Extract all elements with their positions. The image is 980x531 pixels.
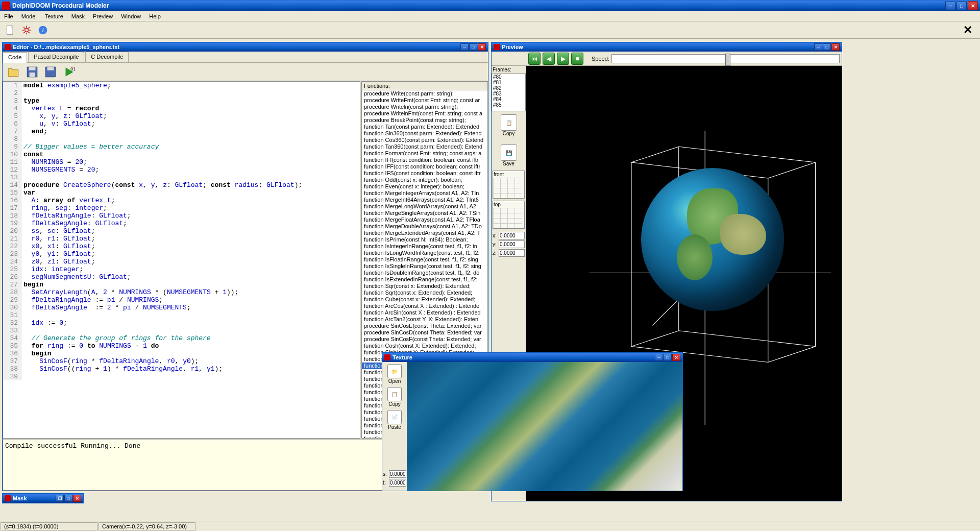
menu-window[interactable]: Window — [117, 12, 145, 20]
function-item[interactable]: procedure SinCosD(const Theta: Extended;… — [362, 329, 487, 336]
function-item[interactable]: function Sin360(const parm: Extended): E… — [362, 130, 487, 137]
function-item[interactable]: function MergeIntegerArrays(const A1, A2… — [362, 190, 487, 197]
s-input[interactable] — [389, 470, 406, 478]
front-view-control[interactable]: front — [493, 171, 525, 199]
function-item[interactable]: function IFI(const condition: boolean; c… — [362, 157, 487, 163]
frame-item[interactable]: #84 — [492, 96, 525, 102]
minimize-button[interactable]: ─ — [945, 1, 955, 10]
texture-titlebar[interactable]: Texture ─ □ ✕ — [382, 353, 682, 362]
save-preview-button[interactable]: 💾Save — [501, 144, 517, 166]
y-input[interactable] — [499, 240, 525, 248]
preview-titlebar[interactable]: Preview ─ □ ✕ — [492, 42, 842, 52]
z-input[interactable] — [499, 249, 525, 257]
texture-copy-button[interactable]: 📋Copy — [387, 387, 402, 407]
texture-viewport[interactable] — [407, 362, 682, 491]
function-item[interactable]: function IsDoubleInRange(const test, f1,… — [362, 270, 487, 276]
mask-restore-button[interactable]: ❐ — [56, 495, 64, 502]
function-item[interactable]: function IsSingleInRange(const test, f1,… — [362, 263, 487, 270]
frame-item[interactable]: #83 — [492, 91, 525, 96]
function-item[interactable]: procedure BreakPoint(const msg: string); — [362, 117, 487, 124]
menu-texture[interactable]: Texture — [41, 12, 67, 20]
function-item[interactable]: function Odd(const x: integer): boolean; — [362, 177, 487, 183]
function-item[interactable]: procedure SinCosF(const Theta: Extended;… — [362, 336, 487, 343]
function-item[interactable]: function Sqrt(const x: Extended): Extend… — [362, 289, 487, 296]
frames-list[interactable]: #80#81#82#83#84#85 — [492, 74, 526, 111]
menu-preview[interactable]: Preview — [89, 12, 117, 20]
function-item[interactable]: function MergeExtendedArrays(const A1, A… — [362, 230, 487, 236]
settings-button[interactable] — [19, 23, 34, 37]
menu-mask[interactable]: Mask — [67, 12, 89, 20]
function-item[interactable]: function IsExtendedInRange(const test, f… — [362, 276, 487, 283]
function-item[interactable]: function MergeLongWordArrays(const A1, A… — [362, 203, 487, 210]
function-item[interactable]: function MergeDoubleArrays(const A1, A2:… — [362, 223, 487, 230]
tab-c-decompile[interactable]: C Decompile — [85, 52, 129, 62]
function-item[interactable]: function ArcTan2(const Y, X: Extended): … — [362, 316, 487, 323]
editor-maximize-button[interactable]: □ — [469, 43, 477, 51]
preview-maximize-button[interactable]: □ — [823, 43, 831, 51]
function-item[interactable]: function Cos360(const parm: Extended): E… — [362, 137, 487, 143]
texture-open-button[interactable]: 📁Open — [387, 364, 402, 384]
play-button[interactable]: ▶ — [557, 53, 569, 65]
frame-item[interactable]: #82 — [492, 85, 525, 91]
tab-code[interactable]: Code — [3, 52, 27, 63]
tab-pascal-decompile[interactable]: Pascal Decompile — [28, 52, 84, 62]
save-button[interactable] — [24, 64, 40, 80]
mask-titlebar[interactable]: Mask ❐ □ ✕ — [3, 494, 83, 503]
mask-close-button[interactable]: ✕ — [73, 495, 81, 502]
run-button[interactable]: 01 — [61, 64, 77, 80]
function-item[interactable]: function IsLongWordInRange(const test, f… — [362, 250, 487, 256]
function-item[interactable]: function Sqr(const x: Extended): Extende… — [362, 283, 487, 289]
function-item[interactable]: function IFF(const condition: boolean; c… — [362, 163, 487, 170]
menu-file[interactable]: File — [0, 12, 17, 20]
function-item[interactable]: function MergeSingleArrays(const A1, A2:… — [362, 210, 487, 216]
preview-close-button[interactable]: ✕ — [831, 43, 840, 51]
menu-help[interactable]: Help — [145, 12, 165, 20]
menu-model[interactable]: Model — [17, 12, 41, 20]
function-item[interactable]: function IsFloatInRange(const test, f1, … — [362, 256, 487, 263]
texture-maximize-button[interactable]: □ — [664, 354, 672, 361]
editor-minimize-button[interactable]: ─ — [460, 43, 469, 51]
function-item[interactable]: function Tan(const parm: Extended): Exte… — [362, 124, 487, 130]
function-item[interactable]: function MergeFloatArrays(const A1, A2: … — [362, 216, 487, 223]
function-item[interactable]: procedure WritelnFmt(const Fmt: string; … — [362, 110, 487, 117]
texture-paste-button[interactable]: 📄Paste — [387, 410, 402, 430]
function-item[interactable]: procedure Writeln(const parm: string); — [362, 104, 487, 110]
code-editor[interactable]: 1model example5_sphere;23type4 vertex_t … — [3, 82, 360, 438]
function-item[interactable]: function IsIntegerInRange(const test, f1… — [362, 243, 487, 250]
x-input[interactable] — [499, 232, 525, 239]
open-button[interactable] — [6, 64, 22, 80]
function-item[interactable]: function ArcCos(const X : Extended) : Ex… — [362, 303, 487, 309]
editor-titlebar[interactable]: Editor - D:\...mples\example5_sphere.txt… — [3, 42, 488, 52]
function-item[interactable]: function IFS(const condition: boolean; c… — [362, 170, 487, 177]
frame-item[interactable]: #81 — [492, 80, 525, 85]
preview-minimize-button[interactable]: ─ — [814, 43, 822, 51]
maximize-button[interactable]: □ — [957, 1, 967, 10]
function-item[interactable]: function ArcSin(const X : Extended) : Ex… — [362, 309, 487, 316]
function-item[interactable]: function Cosh(const X: Extended): Extend… — [362, 343, 487, 349]
function-item[interactable]: procedure Write(const parm: string); — [362, 90, 487, 97]
frame-item[interactable]: #80 — [492, 74, 525, 80]
stop-button[interactable]: ■ — [571, 53, 583, 65]
texture-close-button[interactable]: ✕ — [672, 354, 680, 361]
function-item[interactable]: function Tan360(const parm: Extended): E… — [362, 143, 487, 150]
close-button[interactable]: ✕ — [968, 1, 978, 10]
step-back-button[interactable]: ◀ — [543, 53, 555, 65]
function-item[interactable]: function MergeInt64Arrays(const A1, A2: … — [362, 197, 487, 203]
about-button[interactable]: i — [36, 23, 50, 37]
top-view-control[interactable]: top — [493, 201, 525, 229]
function-item[interactable]: function Format(const Fmt: string; const… — [362, 150, 487, 157]
function-item[interactable]: function Cube(const x: Extended): Extend… — [362, 296, 487, 303]
texture-minimize-button[interactable]: ─ — [655, 354, 663, 361]
copy-preview-button[interactable]: 📋Copy — [501, 114, 517, 136]
new-button[interactable] — [3, 23, 17, 37]
mask-maximize-button[interactable]: □ — [64, 495, 72, 502]
function-item[interactable]: procedure SinCosE(const Theta: Extended;… — [362, 323, 487, 329]
saveas-button[interactable]: … — [42, 64, 59, 80]
rewind-button[interactable]: ⏮ — [528, 53, 541, 65]
speed-slider[interactable] — [611, 54, 840, 63]
function-item[interactable]: function IsPrime(const N: Int64): Boolea… — [362, 236, 487, 243]
t-input[interactable] — [389, 479, 406, 487]
editor-close-button[interactable]: ✕ — [478, 43, 486, 51]
function-item[interactable]: function Even(const x: integer): boolean… — [362, 183, 487, 190]
function-item[interactable]: procedure WriteFmt(const Fmt: string; co… — [362, 97, 487, 104]
